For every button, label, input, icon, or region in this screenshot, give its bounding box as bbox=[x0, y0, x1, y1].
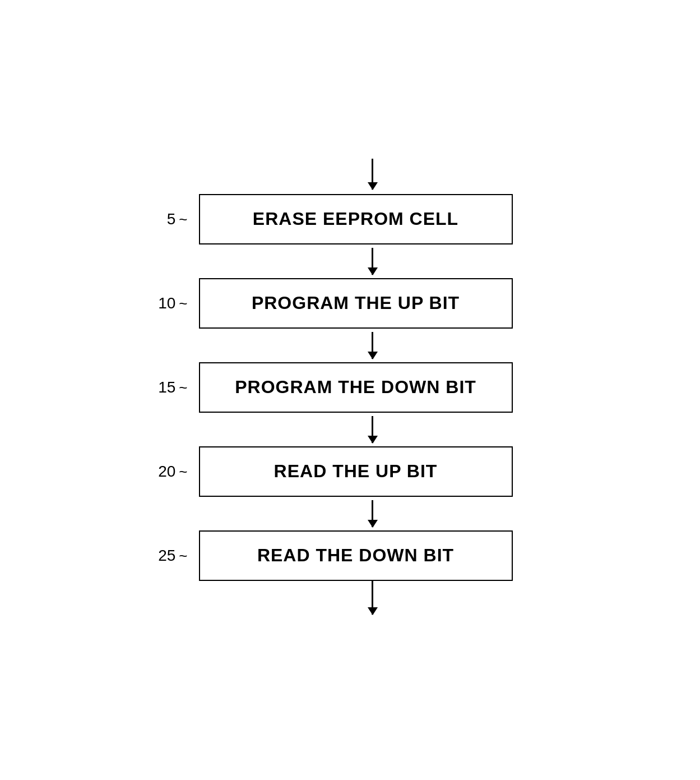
step-label-25: 25~ bbox=[154, 547, 199, 565]
tilde-20: ~ bbox=[179, 464, 187, 479]
arrow-line-4 bbox=[372, 500, 373, 527]
step-text-10: PROGRAM THE UP BIT bbox=[252, 293, 460, 313]
tilde-5: ~ bbox=[179, 212, 187, 227]
step-box-5: ERASE EEPROM CELL bbox=[199, 194, 513, 244]
step-text-15: PROGRAM THE DOWN BIT bbox=[235, 377, 476, 398]
step-text-20: READ THE UP BIT bbox=[274, 461, 438, 482]
arrow-line-1 bbox=[372, 248, 373, 275]
label-number-25: 25 bbox=[158, 547, 175, 565]
step-label-5: 5~ bbox=[154, 210, 199, 228]
tilde-10: ~ bbox=[179, 296, 187, 311]
label-number-20: 20 bbox=[158, 463, 175, 481]
flow-step-15: 15~ PROGRAM THE DOWN BIT bbox=[154, 362, 546, 413]
step-box-15: PROGRAM THE DOWN BIT bbox=[199, 362, 513, 413]
flowchart-container: 5~ ERASE EEPROM CELL 10~ PROGRAM THE UP … bbox=[154, 132, 546, 648]
bottom-arrow-line bbox=[372, 581, 373, 615]
tilde-25: ~ bbox=[179, 548, 187, 563]
arrow-line-2 bbox=[372, 332, 373, 359]
flow-step-20: 20~ READ THE UP BIT bbox=[154, 446, 546, 497]
label-number-5: 5 bbox=[167, 210, 176, 228]
tilde-15: ~ bbox=[179, 380, 187, 395]
arrow-4 bbox=[154, 497, 546, 530]
step-text-25: READ THE DOWN BIT bbox=[257, 545, 454, 566]
flow-step-25: 25~ READ THE DOWN BIT bbox=[154, 530, 546, 581]
arrow-1 bbox=[154, 244, 546, 278]
arrow-2 bbox=[154, 329, 546, 362]
label-number-15: 15 bbox=[158, 379, 175, 396]
flow-step-5: 5~ ERASE EEPROM CELL bbox=[154, 194, 546, 244]
flow-step-10: 10~ PROGRAM THE UP BIT bbox=[154, 278, 546, 329]
label-number-10: 10 bbox=[158, 294, 175, 312]
arrow-line-3 bbox=[372, 416, 373, 443]
bottom-arrow bbox=[154, 581, 546, 626]
step-box-10: PROGRAM THE UP BIT bbox=[199, 278, 513, 329]
top-arrow-line bbox=[372, 159, 373, 190]
step-text-5: ERASE EEPROM CELL bbox=[253, 209, 458, 229]
step-label-20: 20~ bbox=[154, 463, 199, 481]
arrow-3 bbox=[154, 413, 546, 446]
step-box-20: READ THE UP BIT bbox=[199, 446, 513, 497]
step-label-10: 10~ bbox=[154, 294, 199, 312]
top-arrow bbox=[154, 155, 546, 194]
step-label-15: 15~ bbox=[154, 379, 199, 396]
step-box-25: READ THE DOWN BIT bbox=[199, 530, 513, 581]
